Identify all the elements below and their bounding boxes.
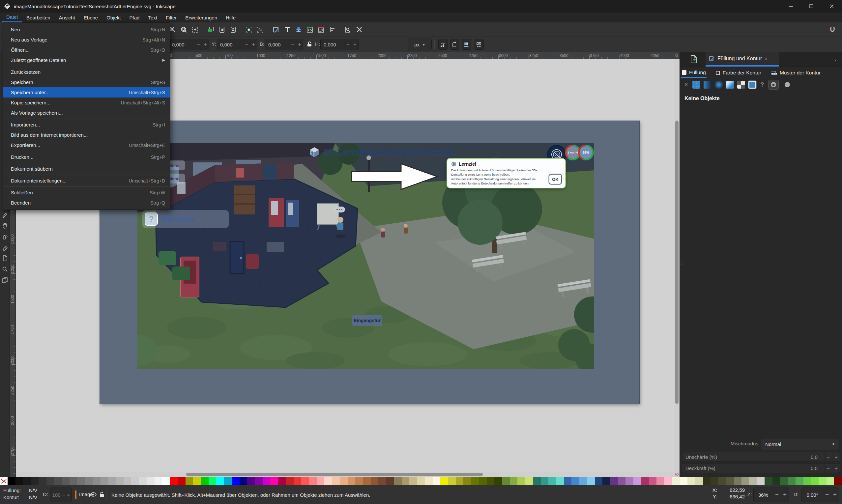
- menubar-item-pfad[interactable]: Pfad: [125, 13, 144, 22]
- palette-swatch[interactable]: [463, 477, 471, 485]
- palette-swatch[interactable]: [340, 477, 347, 485]
- palette-swatch[interactable]: [402, 477, 409, 485]
- file-menu-item[interactable]: Drucken...Strg+P: [3, 152, 170, 162]
- layers-dialog-icon[interactable]: [293, 24, 304, 35]
- snapping-toggle-icon[interactable]: [827, 24, 837, 35]
- palette-swatch[interactable]: [77, 477, 85, 485]
- horizontal-scrollbar-thumb[interactable]: [186, 473, 483, 476]
- menubar-item-datei[interactable]: Datei: [2, 13, 22, 22]
- menubar-item-ansicht[interactable]: Ansicht: [55, 13, 79, 22]
- ok-button[interactable]: OK: [549, 174, 562, 184]
- fill-rule-evenodd-button[interactable]: [782, 80, 792, 90]
- palette-swatch[interactable]: [695, 477, 703, 485]
- palette-swatch[interactable]: [70, 477, 77, 485]
- palette-swatch[interactable]: [726, 477, 734, 485]
- paint-none-icon[interactable]: ×: [683, 81, 689, 89]
- fill-rule-nonzero-button[interactable]: [768, 80, 779, 90]
- palette-swatch[interactable]: [309, 477, 317, 485]
- ungroup-icon[interactable]: [255, 24, 265, 35]
- palette-swatch[interactable]: [317, 477, 324, 485]
- palette-swatch[interactable]: [664, 477, 672, 485]
- calligraphy-tool-icon[interactable]: [1, 211, 9, 219]
- maximize-button[interactable]: [801, 0, 822, 13]
- file-menu-item[interactable]: SpeichernStrg+S: [3, 77, 170, 87]
- palette-swatch[interactable]: [680, 477, 687, 485]
- palette-swatch[interactable]: [239, 477, 247, 485]
- flat-color-icon[interactable]: [693, 81, 700, 89]
- palette-swatch[interactable]: [517, 477, 525, 485]
- align-distribute-icon[interactable]: [327, 24, 337, 35]
- palette-swatch[interactable]: [564, 477, 571, 485]
- fill-stroke-indicator[interactable]: Füllung: N/V Kontur: N/V: [3, 488, 37, 500]
- file-menu-item[interactable]: Öffnen...Strg+O: [3, 45, 170, 55]
- palette-swatch[interactable]: [471, 477, 479, 485]
- xml-editor-icon[interactable]: [305, 24, 315, 35]
- palette-swatch[interactable]: [193, 477, 201, 485]
- palette-swatch[interactable]: [39, 477, 46, 485]
- layer-lock-icon[interactable]: [99, 491, 105, 498]
- palette-swatch[interactable]: [101, 477, 108, 485]
- palette-swatch[interactable]: [85, 477, 93, 485]
- find-replace-icon[interactable]: [343, 24, 353, 35]
- height-input[interactable]: 0,000−+: [320, 39, 359, 50]
- palette-swatch[interactable]: [378, 477, 386, 485]
- unit-select[interactable]: px▼: [408, 38, 432, 50]
- palette-swatch[interactable]: [255, 477, 262, 485]
- rotation-input[interactable]: 0,00°−+: [802, 488, 839, 502]
- layer-visibility-icon[interactable]: [90, 491, 97, 498]
- file-menu-item[interactable]: Exportieren...Umschalt+Strg+E: [3, 140, 170, 150]
- menubar-item-text[interactable]: Text: [144, 13, 161, 22]
- palette-swatch[interactable]: [270, 477, 278, 485]
- palette-swatch[interactable]: [641, 477, 648, 485]
- palette-swatch[interactable]: [595, 477, 603, 485]
- palette-swatch[interactable]: [510, 477, 517, 485]
- palette-swatch[interactable]: [834, 477, 842, 485]
- palette-swatch[interactable]: [124, 477, 131, 485]
- menubar-item-bearbeiten[interactable]: Bearbeiten: [22, 13, 55, 22]
- opacity-input[interactable]: 100−+: [50, 488, 72, 502]
- file-menu-item[interactable]: Importieren...Strg+I: [3, 120, 170, 130]
- palette-swatch[interactable]: [371, 477, 378, 485]
- palette-swatch[interactable]: [541, 477, 549, 485]
- width-input[interactable]: 0,000−+: [265, 39, 303, 50]
- page-tool-icon[interactable]: [1, 254, 9, 262]
- palette-swatch[interactable]: [108, 477, 116, 485]
- palette-swatch[interactable]: [301, 477, 309, 485]
- blur-slider[interactable]: Unschärfe (%) 0,0 −+: [682, 452, 840, 462]
- preferences-icon[interactable]: [354, 24, 364, 35]
- palette-swatch[interactable]: [93, 477, 100, 485]
- unknown-paint-icon[interactable]: ?: [759, 81, 765, 89]
- palette-swatch[interactable]: [533, 477, 540, 485]
- palette-swatch[interactable]: [139, 477, 147, 485]
- palette-swatch[interactable]: [278, 477, 286, 485]
- palette-swatch[interactable]: [456, 477, 463, 485]
- palette-swatch[interactable]: [587, 477, 594, 485]
- file-menu-item[interactable]: NeuStrg+N: [3, 24, 170, 35]
- palette-swatch[interactable]: [16, 477, 23, 485]
- palette-swatch[interactable]: [579, 477, 587, 485]
- linear-gradient-icon[interactable]: [703, 81, 712, 89]
- palette-swatch[interactable]: [247, 477, 255, 485]
- palette-swatch[interactable]: [162, 477, 170, 485]
- palette-swatch[interactable]: [263, 477, 270, 485]
- menubar-item-objekt[interactable]: Objekt: [102, 13, 125, 22]
- file-menu-item[interactable]: Bild aus dem Internet importieren...: [3, 130, 170, 140]
- menubar-item-filter[interactable]: Filter: [161, 13, 181, 22]
- palette-swatch[interactable]: [62, 477, 70, 485]
- palette-swatch[interactable]: [811, 477, 819, 485]
- palette-swatch[interactable]: [448, 477, 455, 485]
- fill-stroke-dialog-icon[interactable]: [271, 24, 281, 35]
- tab-fuellung-und-kontur[interactable]: Füllung und Kontur ×: [705, 52, 779, 67]
- duplicate-icon[interactable]: [205, 24, 216, 35]
- radial-gradient-icon[interactable]: [715, 81, 723, 89]
- eraser-tool-icon[interactable]: [1, 244, 9, 251]
- palette-swatch[interactable]: [718, 477, 726, 485]
- palette-swatch[interactable]: [23, 477, 31, 485]
- palette-swatch[interactable]: [525, 477, 533, 485]
- menubar-item-ebene[interactable]: Ebene: [79, 13, 102, 22]
- help-window-button[interactable]: ? Hilfe-Fenster: [142, 210, 229, 228]
- file-menu-item[interactable]: Zurücksetzen: [3, 67, 170, 77]
- palette-swatch[interactable]: [757, 477, 765, 485]
- minimize-button[interactable]: [781, 0, 801, 13]
- mesh-gradient-icon[interactable]: [737, 81, 745, 89]
